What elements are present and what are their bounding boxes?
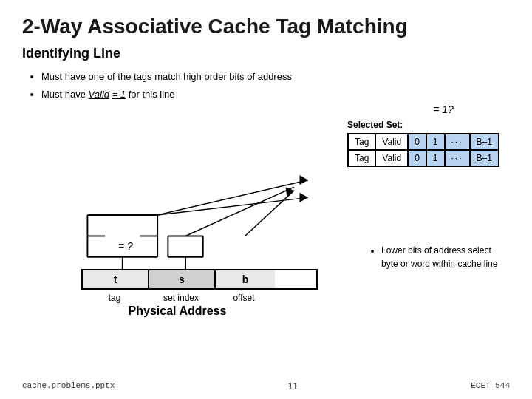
cache-cell-dots-a: ··· — [445, 134, 470, 150]
svg-line-9 — [157, 180, 308, 215]
addr-label-offset: offset — [214, 293, 273, 303]
cache-row-1: Tag Valid 0 1 ··· B–1 — [348, 134, 499, 150]
footer-center: 11 — [288, 381, 298, 392]
slide-subtitle: Identifying Line — [22, 46, 510, 61]
address-bar: t s b — [81, 269, 318, 290]
cache-cell-tag1: Tag — [348, 134, 375, 150]
cache-cell-1b: 1 — [426, 150, 445, 166]
cache-table: Tag Valid 0 1 ··· B–1 Tag Valid 0 1 ··· … — [347, 133, 499, 167]
cache-cell-dots-b: ··· — [445, 150, 470, 166]
eq1-label: = 1? — [377, 103, 510, 115]
cache-cell-valid2: Valid — [375, 150, 408, 166]
addr-labels: tag set index offset — [81, 293, 318, 303]
right-note-text: Lower bits of address select byte or wor… — [381, 244, 510, 270]
addr-seg-b: b — [216, 270, 275, 288]
svg-line-19 — [245, 191, 294, 236]
bullet-1: Must have one of the tags match high ord… — [41, 70, 510, 83]
diagram-area: = ? = 1? Selected Set: Tag Valid 0 1 ···… — [22, 96, 510, 362]
cache-cell-valid1: Valid — [375, 134, 408, 150]
cache-cell-b1b: B–1 — [470, 150, 499, 166]
slide: 2-Way Associative Cache Tag Matching Ide… — [0, 0, 532, 399]
footer-left: cache.problems.pptx — [22, 381, 115, 392]
right-note: Lower bits of address select byte or wor… — [369, 244, 510, 270]
svg-line-18 — [185, 187, 294, 236]
selected-set-label: Selected Set: — [347, 120, 510, 130]
addr-label-tag: tag — [81, 293, 148, 303]
cache-cell-0a: 0 — [408, 134, 426, 150]
footer: cache.problems.pptx 11 ECET 544 — [22, 381, 510, 392]
addr-label-set: set index — [148, 293, 214, 303]
physical-address-label: Physical Address — [81, 304, 273, 318]
svg-line-10 — [157, 197, 308, 215]
svg-marker-11 — [299, 175, 307, 185]
footer-right: ECET 544 — [471, 381, 510, 392]
addr-seg-s: s — [149, 270, 216, 288]
cache-table-area: = 1? Selected Set: Tag Valid 0 1 ··· B–1… — [347, 103, 510, 167]
cache-cell-b1a: B–1 — [470, 134, 499, 150]
cache-cell-tag2: Tag — [348, 150, 375, 166]
cache-cell-0b: 0 — [408, 150, 426, 166]
addr-seg-t: t — [83, 270, 149, 288]
svg-marker-12 — [299, 193, 307, 202]
cache-row-2: Tag Valid 0 1 ··· B–1 — [348, 150, 499, 166]
slide-title: 2-Way Associative Cache Tag Matching — [22, 15, 510, 38]
address-container: t s b tag set index offset Physical Addr… — [81, 269, 318, 318]
cache-cell-1a: 1 — [426, 134, 445, 150]
eq-question-label: = ? — [118, 240, 133, 252]
